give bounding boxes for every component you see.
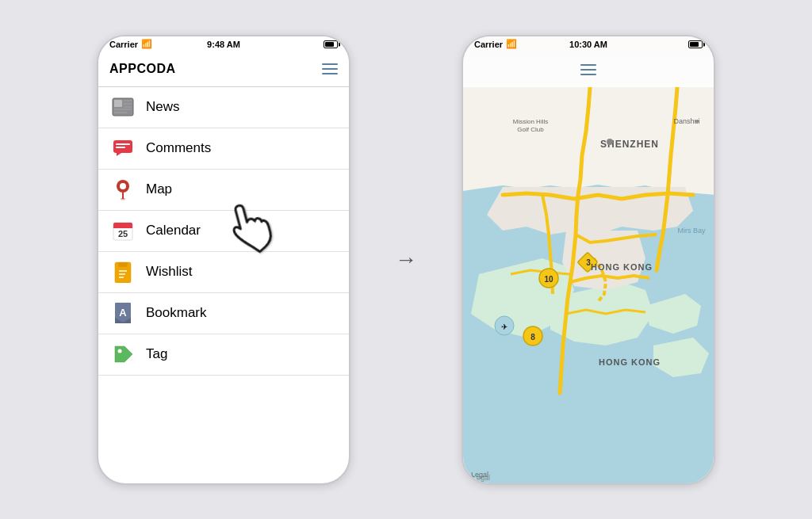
svg-rect-2: [124, 100, 132, 101]
menu-label-tag: Tag: [146, 346, 167, 362]
svg-rect-20: [118, 262, 128, 267]
status-bar-right: Carrier 📶 10:30 AM: [463, 36, 714, 52]
svg-rect-3: [124, 103, 132, 105]
svg-point-27: [118, 349, 122, 353]
bookmark-icon: A: [111, 301, 135, 325]
svg-marker-10: [117, 153, 121, 156]
svg-rect-4: [124, 106, 132, 108]
map-nav-bar: [463, 52, 714, 87]
menu-item-tag[interactable]: Tag: [98, 334, 349, 376]
tag-icon: [111, 342, 135, 366]
hamburger-button[interactable]: [322, 63, 338, 74]
svg-rect-5: [114, 109, 132, 110]
menu-label-map: Map: [146, 181, 172, 197]
svg-point-12: [120, 183, 126, 189]
menu-label-wishlist: Wishlist: [146, 264, 193, 280]
calendar-icon: 25: [111, 219, 135, 242]
svg-rect-17: [113, 226, 132, 228]
status-bar-left: Carrier 📶 9:48 AM: [98, 36, 349, 52]
time-display: 9:48 AM: [207, 40, 240, 49]
svg-text:HONG KONG: HONG KONG: [591, 262, 653, 272]
svg-text:Mission Hills: Mission Hills: [513, 118, 548, 125]
menu-label-comments: Comments: [146, 140, 211, 156]
svg-rect-6: [114, 112, 127, 113]
hamburger-line-2: [322, 68, 338, 70]
time-display-right: 10:30 AM: [569, 40, 607, 49]
svg-point-14: [121, 198, 125, 200]
menu-list: News Comments: [98, 87, 349, 483]
comments-icon: [111, 136, 135, 160]
svg-rect-1: [114, 100, 122, 107]
map-hamburger-line-2: [580, 69, 596, 71]
svg-text:Mirs Bay: Mirs Bay: [677, 227, 706, 235]
phone-right: Carrier 📶 10:30 AM: [462, 35, 715, 485]
svg-text:25: 25: [118, 229, 128, 239]
battery-icon: [324, 40, 338, 48]
svg-rect-8: [116, 143, 130, 145]
svg-rect-9: [116, 147, 125, 148]
legal-text: Legal: [471, 471, 488, 479]
svg-text:HONG KONG: HONG KONG: [599, 357, 661, 367]
phone-left: Carrier 📶 9:48 AM APPCODA: [97, 35, 350, 485]
svg-point-42: [607, 139, 613, 145]
menu-item-news[interactable]: News: [98, 87, 349, 128]
menu-label-bookmark: Bookmark: [146, 305, 207, 321]
map-hamburger-line-3: [580, 74, 596, 75]
hamburger-line-3: [322, 73, 338, 74]
menu-item-wishlist[interactable]: Wishlist: [98, 252, 349, 293]
app-title: APPCODA: [109, 62, 176, 76]
carrier-text-right: Carrier: [474, 40, 503, 49]
hamburger-line-1: [322, 63, 338, 65]
map-hamburger-line-1: [580, 64, 596, 66]
menu-item-comments[interactable]: Comments: [98, 128, 349, 170]
menu-label-news: News: [146, 99, 180, 115]
wishlist-icon: [111, 260, 135, 284]
transition-arrow: →: [382, 247, 430, 273]
map-view[interactable]: 10 3 8 ✈ SHENZHEN HONG KONG HONG KONG Mi…: [463, 36, 714, 483]
battery-icon-right: [688, 40, 703, 48]
menu-label-calendar: Calendar: [146, 223, 201, 239]
svg-text:Golf Club: Golf Club: [517, 126, 544, 133]
nav-bar-left: APPCODA: [98, 52, 349, 87]
news-icon: [111, 95, 135, 119]
svg-text:A: A: [119, 307, 127, 319]
wifi-icon-right: 📶: [506, 39, 517, 49]
svg-text:10: 10: [544, 275, 553, 284]
svg-point-48: [695, 120, 699, 123]
svg-text:8: 8: [530, 333, 535, 342]
menu-item-bookmark[interactable]: A Bookmark: [98, 293, 349, 334]
wifi-icon: 📶: [141, 39, 152, 49]
map-hamburger-button[interactable]: [580, 64, 596, 75]
svg-text:✈: ✈: [501, 322, 508, 331]
carrier-text: Carrier: [109, 40, 138, 49]
arrow-symbol: →: [395, 247, 417, 273]
map-icon: [111, 177, 135, 201]
